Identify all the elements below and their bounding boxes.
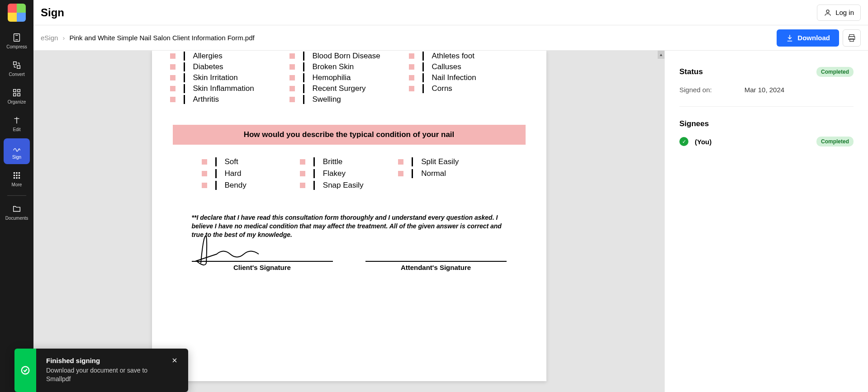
checkbox[interactable] <box>170 64 175 70</box>
scroll-up-arrow[interactable]: ▲ <box>658 51 664 59</box>
checkbox[interactable] <box>409 86 414 91</box>
print-button[interactable] <box>843 29 861 47</box>
divider <box>184 84 185 93</box>
svg-rect-0 <box>14 34 20 42</box>
signed-on-label: Signed on: <box>679 86 712 94</box>
nav-organize[interactable]: Organize <box>4 83 30 109</box>
nav-compress[interactable]: Compress <box>4 28 30 54</box>
document-viewer[interactable]: ▲ AllergiesBlood Born DiseaseAthletes fo… <box>33 51 664 392</box>
condition-item: Allergies <box>170 51 289 61</box>
login-label: Log in <box>835 9 854 16</box>
compress-icon <box>12 33 22 43</box>
nav-documents[interactable]: Documents <box>4 199 30 225</box>
checkbox[interactable] <box>289 75 295 80</box>
checkbox[interactable] <box>289 53 295 59</box>
svg-rect-5 <box>14 94 16 96</box>
organize-icon <box>12 88 22 98</box>
client-signature-line <box>192 240 333 262</box>
divider <box>422 73 424 82</box>
checkbox[interactable] <box>170 53 175 59</box>
divider <box>313 157 315 166</box>
checkbox[interactable] <box>409 53 414 59</box>
nail-condition-label: Split Easily <box>421 157 459 166</box>
checkbox[interactable] <box>300 159 305 165</box>
nav-sign[interactable]: Sign <box>4 138 30 164</box>
nav-divider <box>7 195 26 196</box>
svg-point-9 <box>19 172 20 174</box>
breadcrumb-file: Pink and White Simple Nail Salon Client … <box>69 34 254 42</box>
checkbox[interactable] <box>202 171 207 176</box>
checkbox[interactable] <box>300 171 305 176</box>
divider <box>303 73 304 82</box>
divider <box>184 95 185 104</box>
checkbox[interactable] <box>202 183 207 188</box>
convert-icon <box>12 60 22 70</box>
status-label: Status <box>679 67 703 76</box>
condition-label: Skin Inflammation <box>193 84 254 93</box>
nav-more[interactable]: More <box>4 166 30 192</box>
condition-label: Broken Skin <box>313 62 354 71</box>
nail-condition-item: Hard <box>202 169 300 178</box>
condition-item: Nail Infection <box>409 72 528 83</box>
nav-label: More <box>12 182 22 187</box>
condition-item: Skin Irritation <box>170 72 289 83</box>
breadcrumb-bar: eSign › Pink and White Simple Nail Salon… <box>33 25 868 51</box>
condition-label: Corns <box>432 84 452 93</box>
section-header-nail: How would you describe the typical condi… <box>173 125 526 145</box>
condition-label: Skin Irritation <box>193 73 238 82</box>
svg-rect-2 <box>17 66 20 68</box>
divider <box>184 62 185 71</box>
svg-point-8 <box>16 172 18 174</box>
nail-condition-item: Soft <box>202 157 300 166</box>
condition-label: Nail Infection <box>432 73 476 82</box>
condition-item: Calluses <box>409 61 528 72</box>
checkbox[interactable] <box>170 97 175 102</box>
checkbox[interactable] <box>398 159 403 165</box>
toast-close-button[interactable] <box>171 357 178 384</box>
nail-condition-item: Brittle <box>300 157 398 166</box>
condition-item: Corns <box>409 83 528 94</box>
download-button[interactable]: Download <box>777 29 839 47</box>
app-logo[interactable] <box>8 4 26 22</box>
divider <box>422 62 424 71</box>
page-title: Sign <box>41 6 64 19</box>
edit-icon <box>12 115 22 125</box>
signee-row: ✓ (You) Completed <box>679 137 854 146</box>
folder-icon <box>12 204 22 214</box>
svg-rect-1 <box>14 62 16 65</box>
condition-item: Diabetes <box>170 61 289 72</box>
checkbox[interactable] <box>202 159 207 165</box>
signature-drawing <box>192 229 273 270</box>
download-icon <box>786 34 794 42</box>
nail-condition-label: Flakey <box>323 169 346 178</box>
divider <box>215 169 217 178</box>
topbar: Sign Log in <box>33 0 868 25</box>
checkbox[interactable] <box>289 86 295 91</box>
checkbox[interactable] <box>289 97 295 102</box>
checkbox[interactable] <box>170 86 175 91</box>
divider <box>422 52 424 61</box>
checkbox[interactable] <box>300 183 305 188</box>
signee-name: (You) <box>695 138 711 146</box>
breadcrumb-root[interactable]: eSign <box>41 34 58 42</box>
checkbox[interactable] <box>289 64 295 70</box>
svg-point-10 <box>14 175 15 176</box>
svg-point-12 <box>19 175 20 176</box>
download-label: Download <box>797 34 830 42</box>
login-button[interactable]: Log in <box>817 5 861 21</box>
checkbox[interactable] <box>409 75 414 80</box>
svg-point-14 <box>16 177 18 179</box>
nav-edit[interactable]: Edit <box>4 111 30 137</box>
nail-condition-item: Bendy <box>202 181 300 190</box>
nail-condition-item: Normal <box>398 169 496 178</box>
checkbox[interactable] <box>409 64 414 70</box>
nail-condition-label: Hard <box>225 169 242 178</box>
nav-convert[interactable]: Convert <box>4 56 30 81</box>
divider <box>412 169 413 178</box>
checkbox[interactable] <box>170 75 175 80</box>
svg-point-13 <box>14 177 15 179</box>
checkbox[interactable] <box>398 171 403 176</box>
nav-label: Sign <box>12 155 21 160</box>
status-badge: Completed <box>816 67 854 77</box>
signee-status-badge: Completed <box>816 137 854 146</box>
